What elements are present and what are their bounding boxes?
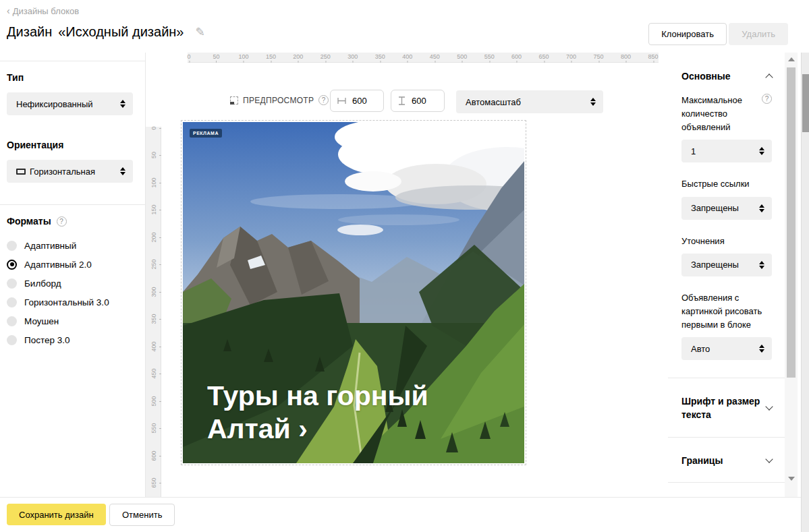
clone-button[interactable]: Клонировать — [648, 23, 727, 45]
ruler-tick-mark — [462, 61, 463, 63]
scroll-up-arrow-icon[interactable] — [788, 57, 795, 61]
panel-section-toggle[interactable]: Границы — [681, 438, 772, 482]
breadcrumb-back-link[interactable]: ‹Дизайны блоков — [7, 5, 79, 16]
ruler-tick-label: 200 — [149, 229, 159, 245]
callouts-select-value: Запрещены — [691, 260, 739, 270]
radio-icon[interactable] — [7, 278, 17, 289]
format-option-label: Билборд — [24, 278, 61, 289]
formats-label: Форматы ? — [7, 216, 133, 227]
ruler-tick-mark — [159, 319, 161, 320]
format-option-label: Горизонтальный 3.0 — [24, 297, 109, 307]
collapsed-sections-list: Шрифт и размер текстаГраницыЦвета и зали… — [681, 378, 772, 497]
ruler-tick: 200 — [146, 233, 161, 242]
radio-icon[interactable] — [7, 316, 17, 326]
panel-scrollbar-thumb[interactable] — [787, 67, 796, 378]
browser-scrollbar[interactable] — [801, 0, 809, 532]
width-input[interactable]: 600 — [330, 90, 384, 112]
type-select[interactable]: Нефиксированный — [7, 92, 133, 115]
scale-select-value: Автомасштаб — [466, 97, 521, 107]
panel-section-toggle[interactable]: Цвета и заливки — [681, 483, 772, 497]
divider — [0, 204, 145, 205]
callouts-select[interactable]: Запрещены — [681, 254, 772, 276]
scroll-down-arrow-icon[interactable] — [788, 477, 795, 481]
max-ads-help-icon[interactable]: ? — [762, 94, 772, 104]
formats-help-icon[interactable]: ? — [57, 216, 67, 227]
height-input-value: 600 — [412, 96, 426, 106]
panel-section-title: Шрифт и размер текста — [681, 394, 761, 422]
ruler-tick-label: 600 — [149, 448, 159, 463]
ruler-tick: 300 — [347, 53, 358, 63]
preview-toggle[interactable]: ПРЕДПРОСМОТР ? — [230, 95, 329, 105]
ruler-tick-label: 0 — [149, 121, 159, 136]
orientation-select[interactable]: Горизонтальная — [7, 160, 133, 183]
ruler-tick: 600 — [511, 53, 522, 63]
ruler-tick-label: 350 — [149, 312, 159, 327]
panel-scrollbar[interactable] — [785, 53, 798, 497]
ad-headline[interactable]: Туры на горный Алтай › — [207, 380, 497, 446]
format-option[interactable]: Моушен — [7, 312, 133, 330]
ruler-tick-mark — [380, 61, 381, 63]
ruler-tick-mark — [517, 61, 518, 63]
footer-actions: Сохранить дизайн Отменить — [0, 497, 801, 532]
format-option[interactable]: Адаптивный — [7, 236, 133, 255]
format-option-label: Адаптивный — [24, 241, 76, 251]
save-design-button[interactable]: Сохранить дизайн — [7, 504, 106, 525]
ruler-tick: 600 — [146, 451, 161, 461]
ruler-tick-mark — [653, 61, 654, 63]
ruler-tick: 400 — [402, 53, 412, 63]
preview-help-icon[interactable]: ? — [318, 95, 329, 105]
radio-icon[interactable] — [7, 297, 17, 307]
width-input-value: 600 — [352, 96, 367, 106]
sitelinks-select[interactable]: Запрещены — [681, 197, 772, 220]
section-main-toggle[interactable]: Основные — [681, 71, 772, 82]
height-icon — [398, 96, 406, 105]
scale-select[interactable]: Автомасштаб — [456, 90, 603, 113]
format-option[interactable]: Постер 3.0 — [7, 330, 133, 349]
chevron-down-icon — [765, 455, 773, 463]
ruler-tick: 0 — [187, 53, 190, 63]
ruler-tick-mark — [159, 483, 161, 483]
format-option-label: Адаптивный 2.0 — [24, 260, 92, 270]
ruler-tick-mark — [159, 428, 161, 429]
chevron-up-icon — [765, 73, 773, 81]
radio-icon[interactable] — [7, 241, 17, 251]
ruler-tick: 350 — [375, 53, 385, 63]
radio-icon[interactable] — [7, 335, 17, 345]
format-option-label: Моушен — [24, 316, 59, 326]
orientation-select-value: Горизонтальная — [30, 167, 95, 177]
radio-selected-icon[interactable] — [7, 260, 17, 270]
height-input[interactable]: 600 — [391, 90, 445, 112]
ruler-tick-label: 450 — [149, 366, 159, 382]
ruler-tick-mark — [408, 61, 408, 63]
ruler-tick-label: 650 — [149, 475, 159, 491]
ruler-tick: 150 — [146, 205, 161, 214]
ruler-tick: 500 — [146, 396, 161, 406]
browser-scrollbar-thumb[interactable] — [802, 74, 809, 132]
sitelinks-select-value: Запрещены — [691, 203, 739, 213]
max-ads-select[interactable]: 1 — [681, 140, 772, 162]
ruler-tick-mark — [216, 61, 217, 63]
type-label: Тип — [7, 72, 133, 83]
panel-section-title: Границы — [681, 454, 761, 467]
select-arrows-icon — [759, 345, 764, 353]
ruler-tick-mark — [159, 264, 161, 265]
cancel-button[interactable]: Отменить — [109, 504, 175, 526]
ruler-tick-mark — [435, 61, 435, 63]
select-arrows-icon — [759, 204, 764, 212]
ad-label-badge: РЕКЛАМА — [190, 129, 222, 138]
divider — [0, 61, 145, 61]
ruler-tick: 200 — [293, 53, 303, 63]
image-first-select[interactable]: Авто — [681, 337, 772, 360]
ruler-tick: 250 — [320, 53, 331, 63]
max-ads-label: Максимальное количество объявлений — [681, 94, 762, 134]
ruler-tick-mark — [271, 61, 271, 63]
edit-title-pencil-icon[interactable]: ✎ — [195, 25, 204, 39]
format-option[interactable]: Горизонтальный 3.0 — [7, 293, 133, 312]
ad-preview[interactable]: РЕКЛАМА ⋮ Туры на горный Алтай › — [183, 122, 524, 463]
panel-section-toggle[interactable]: Шрифт и размер текста — [681, 378, 772, 437]
ad-menu-dots-icon[interactable]: ⋮ — [503, 128, 518, 142]
ruler-tick-mark — [489, 61, 490, 63]
format-option[interactable]: Адаптивный 2.0 — [7, 255, 133, 274]
breadcrumb-label: Дизайны блоков — [13, 6, 79, 16]
format-option[interactable]: Билборд — [7, 274, 133, 293]
